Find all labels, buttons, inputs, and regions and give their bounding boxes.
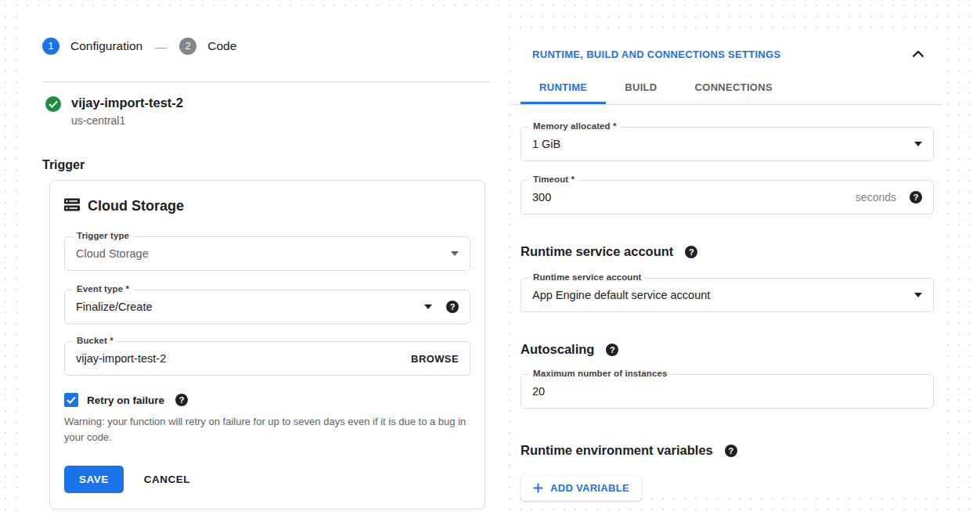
stepper-separator: — — [155, 40, 167, 53]
memory-label: Memory allocated * — [529, 121, 621, 131]
timeout-label: Timeout * — [529, 175, 578, 184]
timeout-input[interactable] — [532, 191, 856, 203]
dropdown-caret-icon[interactable] — [914, 293, 922, 297]
divider — [42, 81, 490, 82]
retry-label: Retry on failure — [87, 394, 164, 406]
dropdown-caret-icon[interactable] — [914, 142, 922, 146]
help-icon[interactable]: ? — [606, 344, 618, 356]
retry-warning-text: Warning: your function will retry on fai… — [64, 414, 468, 445]
max-instances-field: Maximum number of instances — [521, 374, 934, 409]
max-instances-label: Maximum number of instances — [529, 369, 671, 378]
tab-build[interactable]: BUILD — [606, 71, 676, 104]
retry-checkbox[interactable] — [64, 393, 78, 407]
env-vars-heading: Runtime environment variables ? — [521, 443, 934, 458]
memory-select[interactable]: Memory allocated * 1 GiB — [521, 127, 934, 161]
bucket-label: Bucket * — [73, 336, 117, 345]
function-summary: vijay-import-test-2 us-central1 — [45, 95, 507, 127]
timeout-unit: seconds — [856, 191, 896, 203]
settings-header: RUNTIME, BUILD AND CONNECTIONS SETTINGS — [513, 31, 943, 60]
cloud-storage-icon — [64, 198, 80, 214]
event-type-select[interactable]: Event type * Finalize/Create ? — [64, 290, 470, 324]
runtime-service-account-select[interactable]: Runtime service account App Engine defau… — [521, 278, 934, 312]
settings-tabs: RUNTIME BUILD CONNECTIONS — [513, 71, 943, 105]
trigger-card: Cloud Storage Trigger type Cloud Storage… — [49, 180, 485, 510]
trigger-type-value: Cloud Storage — [76, 247, 149, 260]
trigger-type-label: Trigger type — [73, 231, 133, 240]
step-1-indicator: 1 — [42, 38, 59, 55]
step-2-label: Code — [207, 39, 236, 53]
tab-runtime[interactable]: RUNTIME — [521, 71, 606, 104]
dropdown-caret-icon[interactable] — [451, 251, 459, 256]
step-code[interactable]: 2 Code — [179, 38, 236, 55]
autoscaling-heading: Autoscaling ? — [521, 342, 934, 357]
dropdown-caret-icon[interactable] — [424, 304, 432, 309]
bucket-field: Bucket * BROWSE — [64, 341, 470, 376]
save-button[interactable]: SAVE — [64, 466, 124, 493]
cancel-button[interactable]: CANCEL — [144, 466, 190, 493]
help-icon[interactable]: ? — [725, 445, 737, 457]
retry-row: Retry on failure ? — [64, 393, 470, 407]
form-actions: SAVE CANCEL — [64, 466, 470, 493]
event-type-label: Event type * — [73, 284, 133, 294]
function-name: vijay-import-test-2 — [71, 95, 183, 110]
help-icon[interactable]: ? — [446, 301, 459, 313]
success-check-icon — [45, 96, 61, 112]
trigger-card-title: Cloud Storage — [88, 198, 184, 214]
timeout-field: Timeout * seconds ? — [521, 180, 934, 214]
plus-icon — [533, 483, 543, 493]
tab-connections[interactable]: CONNECTIONS — [676, 71, 791, 104]
trigger-type-select[interactable]: Trigger type Cloud Storage — [64, 236, 470, 271]
settings-panel: RUNTIME, BUILD AND CONNECTIONS SETTINGS … — [513, 31, 943, 495]
runtime-service-account-value: App Engine default service account — [532, 289, 710, 301]
step-2-indicator: 2 — [179, 38, 196, 55]
bucket-input[interactable] — [76, 352, 411, 365]
chevron-up-icon[interactable] — [910, 49, 926, 59]
runtime-service-account-heading: Runtime service account ? — [521, 244, 934, 259]
step-1-label: Configuration — [70, 39, 142, 53]
trigger-heading: Trigger — [42, 158, 507, 172]
browse-button[interactable]: BROWSE — [411, 353, 459, 365]
memory-value: 1 GiB — [532, 138, 560, 150]
stepper: 1 Configuration — 2 Code — [23, 8, 507, 55]
help-icon[interactable]: ? — [685, 246, 697, 258]
max-instances-input[interactable] — [532, 385, 922, 398]
settings-section-title[interactable]: RUNTIME, BUILD AND CONNECTIONS SETTINGS — [532, 49, 780, 60]
runtime-service-account-label: Runtime service account — [529, 272, 645, 282]
step-configuration[interactable]: 1 Configuration — [42, 38, 142, 55]
add-variable-button[interactable]: ADD VARIABLE — [521, 475, 642, 501]
event-type-value: Finalize/Create — [76, 301, 153, 313]
help-icon[interactable]: ? — [175, 394, 188, 406]
configuration-panel: 1 Configuration — 2 Code vijay-import-te… — [23, 8, 507, 515]
help-icon[interactable]: ? — [910, 191, 922, 203]
function-region: us-central1 — [71, 114, 183, 127]
add-variable-label: ADD VARIABLE — [550, 482, 629, 494]
